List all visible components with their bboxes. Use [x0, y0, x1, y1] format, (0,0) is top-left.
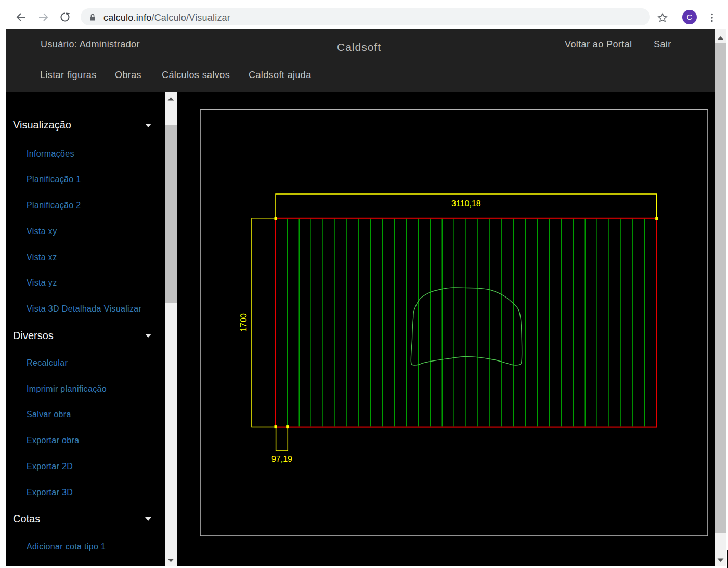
svg-text:1700: 1700	[239, 313, 248, 332]
svg-text:97,19: 97,19	[271, 455, 292, 463]
svg-text:3110,18: 3110,18	[451, 199, 481, 208]
